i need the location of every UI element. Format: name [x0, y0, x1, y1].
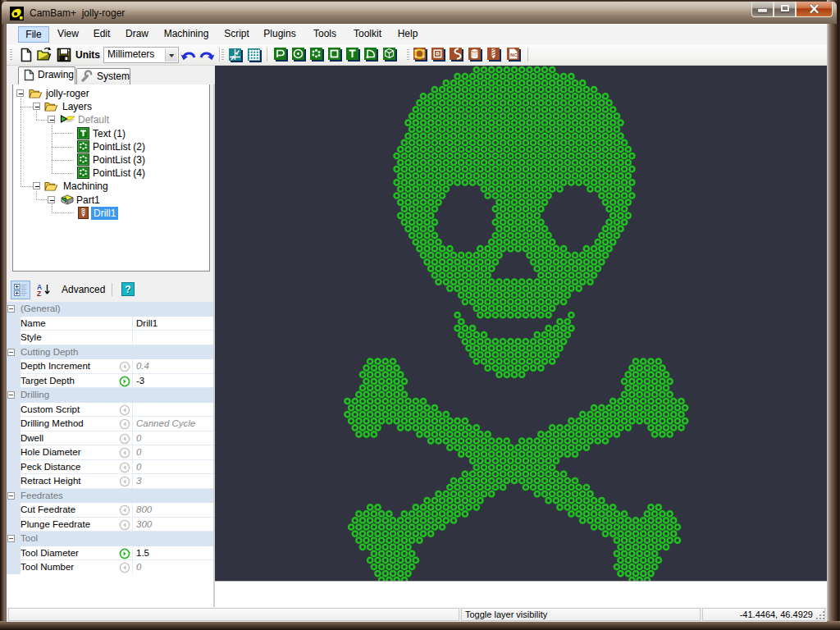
svg-text:Z: Z	[37, 290, 41, 298]
svg-text:NC: NC	[510, 52, 518, 57]
